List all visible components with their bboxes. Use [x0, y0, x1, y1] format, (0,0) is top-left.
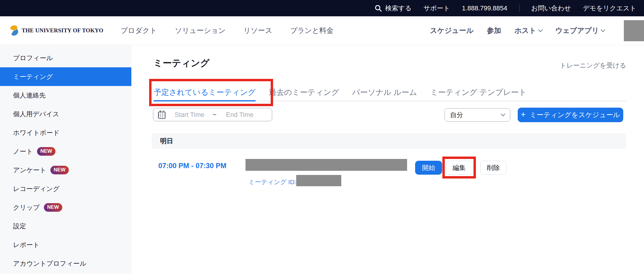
sidebar-item-account-profile[interactable]: アカウントプロフィール	[0, 254, 131, 273]
search-icon	[374, 4, 382, 12]
new-badge: NEW	[37, 147, 55, 156]
start-meeting-button[interactable]: 開始	[415, 161, 442, 175]
new-badge: NEW	[44, 203, 62, 212]
sidebar-item-whiteboard[interactable]: ホワイトボード	[0, 123, 131, 142]
schedule-meeting-label: ミーティングをスケジュール	[530, 110, 620, 120]
sidebar-item-label: ノート	[13, 147, 33, 156]
search-label: 検索する	[385, 4, 412, 13]
meeting-id-redacted	[296, 175, 341, 186]
top-utility-bar: 検索する サポート 1.888.799.8854 お問い合わせ デモをリクエスト	[0, 0, 644, 16]
contact-link[interactable]: お問い合わせ	[531, 4, 571, 13]
sidebar: プロフィール ミーティング 個人連絡先 個人用デバイス ホワイトボード ノート …	[0, 45, 131, 274]
request-demo-link[interactable]: デモをリクエスト	[583, 4, 636, 13]
meetings-tab-bar: 予定されているミーティング 過去のミーティング パーソナル ルーム ミーティング…	[154, 84, 626, 101]
nav-link-host[interactable]: ホスト	[514, 26, 542, 35]
host-filter-select[interactable]: 自分	[444, 108, 510, 122]
sidebar-item-label: 設定	[13, 222, 26, 231]
sidebar-item-notes[interactable]: ノート NEW	[0, 142, 131, 161]
start-time-placeholder[interactable]: Start Time	[175, 111, 204, 119]
nav-link-solutions[interactable]: ソリューション	[175, 26, 225, 35]
nav-link-plans[interactable]: プランと料金	[290, 26, 333, 35]
sidebar-item-surveys[interactable]: アンケート NEW	[0, 161, 131, 179]
meeting-title-redacted[interactable]	[246, 159, 407, 171]
university-logo-icon	[8, 25, 19, 36]
chevron-down-icon	[538, 27, 543, 32]
sidebar-item-devices[interactable]: 個人用デバイス	[0, 105, 131, 123]
meeting-time: 07:00 PM - 07:30 PM	[158, 162, 226, 170]
new-badge: NEW	[50, 166, 69, 174]
sidebar-item-label: ミーティング	[13, 72, 53, 81]
schedule-meeting-button[interactable]: + ミーティングをスケジュール	[518, 108, 623, 122]
sidebar-item-label: 個人連絡先	[13, 91, 46, 100]
sidebar-item-meetings[interactable]: ミーティング	[0, 67, 131, 86]
sidebar-item-label: ホワイトボード	[13, 128, 60, 137]
nav-link-resources[interactable]: リソース	[243, 26, 272, 35]
logo-text: THE UNIVERSITY OF TOKYO	[22, 27, 103, 34]
sidebar-item-settings[interactable]: 設定	[0, 217, 131, 235]
topbar-divider	[519, 4, 519, 12]
training-link[interactable]: トレーニングを受ける	[560, 61, 626, 70]
chevron-down-icon	[601, 27, 605, 32]
section-header-label: 明日	[160, 137, 173, 146]
plus-icon: +	[521, 110, 526, 119]
edit-meeting-button[interactable]: 編集	[446, 161, 473, 175]
end-time-placeholder[interactable]: End Time	[226, 111, 254, 119]
nav-link-webapp-label: ウェブアプリ	[555, 26, 599, 35]
sidebar-item-label: 個人用デバイス	[13, 110, 59, 119]
nav-right-group: スケジュール 参加 ホスト ウェブアプリ	[430, 20, 644, 41]
sidebar-item-label: アンケート	[13, 166, 46, 175]
meeting-row: 07:00 PM - 07:30 PM ミーティング ID: 開始 編集 削除	[152, 155, 626, 193]
tab-meeting-templates[interactable]: ミーティング テンプレート	[430, 84, 527, 101]
tab-previous-meetings[interactable]: 過去のミーティング	[269, 84, 339, 101]
nav-link-host-label: ホスト	[514, 26, 536, 35]
sidebar-item-label: アカウントプロフィール	[13, 259, 86, 268]
nav-links: プロダクト ソリューション リソース プランと料金	[121, 26, 334, 35]
sidebar-item-contacts[interactable]: 個人連絡先	[0, 86, 131, 105]
avatar[interactable]	[624, 20, 644, 41]
sidebar-item-label: クリップ	[13, 203, 40, 212]
chevron-down-icon	[501, 112, 506, 117]
main-content: ミーティング トレーニングを受ける 予定されているミーティング 過去のミーティン…	[131, 45, 644, 274]
university-logo[interactable]: THE UNIVERSITY OF TOKYO	[8, 25, 103, 36]
date-range-separator: ~	[213, 111, 216, 119]
nav-link-webapp[interactable]: ウェブアプリ	[555, 26, 605, 35]
main-nav-bar: THE UNIVERSITY OF TOKYO プロダクト ソリューション リソ…	[0, 16, 644, 45]
nav-link-products[interactable]: プロダクト	[121, 26, 157, 35]
nav-link-join[interactable]: 参加	[487, 26, 501, 35]
tab-upcoming-meetings[interactable]: 予定されているミーティング	[154, 84, 256, 101]
meeting-id-label: ミーティング ID:	[248, 178, 296, 186]
sidebar-item-recordings[interactable]: レコーディング	[0, 179, 131, 198]
delete-meeting-button[interactable]: 削除	[480, 161, 506, 175]
nav-link-schedule[interactable]: スケジュール	[430, 26, 474, 35]
date-range-picker[interactable]: Start Time ~ End Time	[153, 108, 272, 121]
sidebar-item-label: レポート	[13, 240, 40, 249]
calendar-icon	[158, 111, 166, 119]
date-section-header: 明日	[152, 133, 626, 149]
sidebar-item-clips[interactable]: クリップ NEW	[0, 198, 131, 217]
page-title: ミーティング	[153, 57, 210, 69]
tab-personal-room[interactable]: パーソナル ルーム	[352, 84, 417, 101]
host-filter-value: 自分	[450, 111, 463, 120]
sidebar-item-reports[interactable]: レポート	[0, 235, 131, 254]
search-link[interactable]: 検索する	[374, 4, 412, 13]
support-link[interactable]: サポート	[423, 4, 450, 13]
phone-number[interactable]: 1.888.799.8854	[462, 4, 507, 12]
sidebar-item-label: レコーディング	[13, 184, 60, 193]
sidebar-item-label: プロフィール	[13, 54, 53, 63]
sidebar-item-profile[interactable]: プロフィール	[0, 49, 131, 67]
